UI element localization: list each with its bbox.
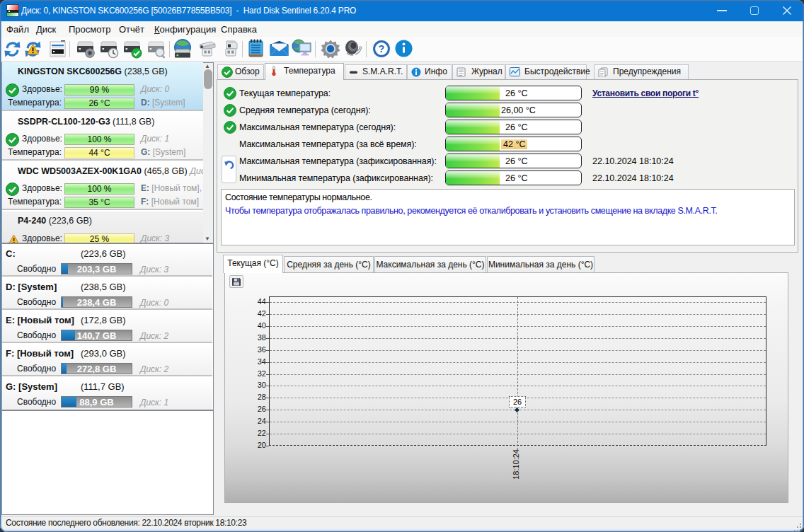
svg-text:?: ? <box>379 43 385 54</box>
